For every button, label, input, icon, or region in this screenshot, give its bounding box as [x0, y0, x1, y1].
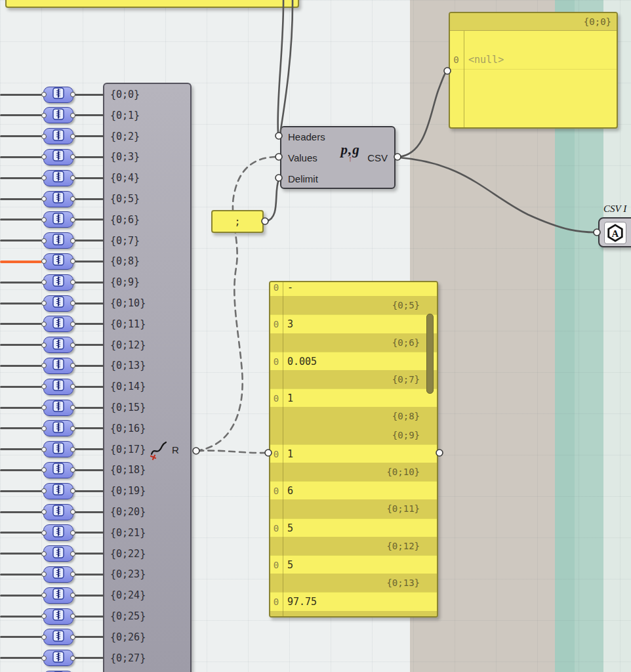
wire-stub[interactable] — [75, 427, 104, 429]
wire-stub[interactable] — [75, 219, 104, 220]
wire-stub[interactable] — [0, 532, 42, 534]
wire-stub[interactable] — [75, 616, 104, 618]
wire-stub[interactable] — [75, 574, 104, 576]
tree-branch-band: {0;14} — [270, 611, 437, 618]
wire-stub-highlighted[interactable] — [0, 261, 42, 263]
wire-stub[interactable] — [0, 427, 42, 429]
wire-stub[interactable] — [0, 94, 42, 96]
param-component[interactable] — [43, 566, 73, 583]
wire-stub[interactable] — [0, 323, 42, 325]
param-component[interactable] — [43, 211, 73, 228]
param-component[interactable] — [43, 379, 73, 395]
csv-writer-component[interactable]: Headers Values Delimit p,g ↑ CSV — [280, 126, 396, 189]
wire-stub[interactable] — [0, 636, 42, 638]
wire-stub[interactable] — [75, 448, 104, 450]
param-component[interactable] — [43, 587, 73, 604]
csv-out-component[interactable]: A — [598, 217, 631, 247]
param-component[interactable] — [43, 524, 73, 541]
headers-panel[interactable] — [5, 0, 299, 8]
wire-stub[interactable] — [0, 574, 42, 576]
param-component[interactable] — [43, 87, 73, 103]
param-component[interactable] — [43, 337, 73, 353]
param-component[interactable] — [43, 545, 73, 562]
wire-stub[interactable] — [75, 386, 104, 388]
wire-stub[interactable] — [0, 469, 42, 471]
wire-stub[interactable] — [0, 135, 42, 137]
wire-stub[interactable] — [0, 177, 42, 179]
wire-stub[interactable] — [75, 177, 104, 179]
param-component[interactable] — [43, 358, 73, 374]
wire-stub[interactable] — [0, 114, 42, 116]
wire-stub[interactable] — [0, 156, 42, 158]
row-index: 0 — [270, 315, 282, 333]
param-component[interactable] — [43, 504, 73, 520]
wire-stub[interactable] — [75, 595, 104, 597]
delimiter-panel[interactable]: ; — [211, 210, 264, 233]
null-output-panel[interactable]: {0;0} 0 <null> — [449, 12, 618, 129]
values-data-panel[interactable]: 0-{0;5}03{0;6}00.005{0;7}01{0;8}{0;9}01{… — [269, 281, 438, 618]
wire-stub[interactable] — [75, 532, 104, 534]
wire-stub[interactable] — [0, 386, 42, 388]
wire-stub[interactable] — [0, 553, 42, 555]
zipper-icon — [52, 213, 64, 227]
param-component[interactable] — [43, 608, 73, 625]
wire-stub[interactable] — [75, 261, 104, 262]
param-component[interactable] — [43, 316, 73, 332]
param-component[interactable] — [43, 441, 73, 457]
wire-stub[interactable] — [75, 303, 104, 304]
wire-stub[interactable] — [0, 303, 42, 304]
wire-stub[interactable] — [75, 636, 104, 638]
wire-stub[interactable] — [75, 365, 104, 367]
wire-stub[interactable] — [0, 595, 42, 597]
wire-stub[interactable] — [0, 365, 42, 367]
up-arrow-icon: ↑ — [335, 155, 365, 163]
wire-stub[interactable] — [75, 469, 104, 471]
wire-stub[interactable] — [75, 240, 104, 242]
param-component[interactable] — [43, 253, 73, 270]
wire-stub[interactable] — [75, 135, 104, 137]
wire-stub[interactable] — [0, 344, 42, 346]
wire-stub[interactable] — [0, 490, 42, 492]
wire-stub[interactable] — [0, 240, 42, 242]
param-component[interactable] — [43, 420, 73, 436]
wire-stub[interactable] — [75, 553, 104, 555]
wire-stub[interactable] — [75, 657, 104, 659]
param-component[interactable] — [43, 191, 73, 207]
param-component[interactable] — [43, 149, 73, 165]
wire-stub[interactable] — [0, 198, 42, 200]
zipper-icon — [52, 87, 64, 102]
wire-stub[interactable] — [0, 407, 42, 409]
wire-stub[interactable] — [75, 407, 104, 409]
input-label-headers: Headers — [288, 131, 325, 144]
wire-stub[interactable] — [0, 511, 42, 513]
wire-stub[interactable] — [75, 198, 104, 200]
wire-stub[interactable] — [75, 282, 104, 284]
param-component[interactable] — [43, 107, 73, 123]
param-component[interactable] — [43, 170, 73, 186]
panel-scrollbar[interactable] — [426, 314, 434, 394]
param-component[interactable] — [43, 629, 73, 645]
param-component[interactable] — [43, 462, 73, 478]
wire-stub[interactable] — [0, 219, 42, 220]
wire-stub[interactable] — [0, 448, 42, 450]
param-component[interactable] — [43, 650, 73, 666]
param-component[interactable] — [43, 400, 73, 416]
wire-stub[interactable] — [0, 282, 42, 284]
panel-branch-header: {0;0} — [450, 13, 617, 31]
wire-stub[interactable] — [75, 156, 104, 158]
wire-stub[interactable] — [75, 490, 104, 492]
wire-stub[interactable] — [75, 344, 104, 346]
param-component[interactable] — [43, 128, 73, 144]
wire-stub[interactable] — [0, 657, 42, 659]
param-component[interactable] — [43, 483, 73, 499]
param-component[interactable] — [43, 295, 73, 312]
param-component[interactable] — [43, 232, 73, 249]
wire-stub[interactable] — [75, 94, 104, 96]
wire-stub[interactable] — [75, 323, 104, 325]
row-index: 0 — [270, 445, 282, 463]
wire-stub[interactable] — [75, 114, 104, 116]
wire-stub[interactable] — [0, 616, 42, 618]
wire-stub[interactable] — [75, 511, 104, 513]
param-component[interactable] — [43, 274, 73, 291]
relay-label[interactable]: R — [172, 444, 179, 455]
